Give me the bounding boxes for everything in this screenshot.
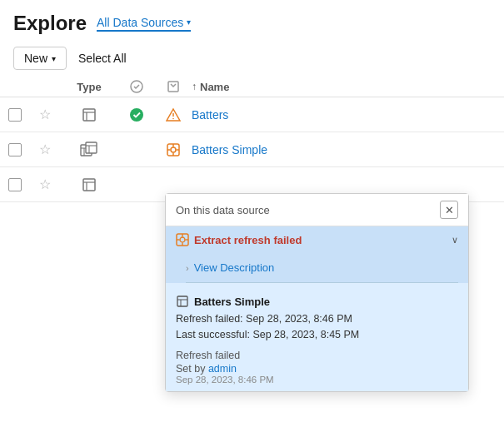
table-row: ☆ Batters [0,97,504,132]
datasource-dropdown[interactable]: All Data Sources ▾ [97,16,191,32]
extract-section-icon [176,233,189,246]
extract-popover: On this data source ✕ Extract r [165,193,469,392]
select-all-button[interactable]: Select All [75,47,130,69]
view-description-chevron: › [186,263,189,273]
table-row: ☆ Batters [0,132,504,167]
datasource-icon [81,176,97,193]
set-by-user-link[interactable]: admin [208,363,237,375]
popover-header-label: On this data source [176,204,270,216]
svg-rect-21 [83,179,95,191]
refresh-failed-line: Refresh failed: Sep 28, 2023, 8:46 PM [176,311,458,327]
row2-name[interactable]: Batters Simple [192,143,504,156]
refresh-status-label: Refresh failed [176,350,458,361]
col-header-name: ↑ Name [192,81,504,93]
row1-type [60,107,118,123]
connected-icon [129,107,144,122]
ds-detail-name: Batters Simple [194,296,270,308]
datasource-multi-icon [80,142,98,158]
checkbox-icon[interactable] [8,178,22,191]
popover-body: Extract refresh failed ∨ › View Descript… [166,226,468,391]
col-header-type: Type [60,81,118,93]
col-type-label: Type [77,81,101,93]
page-title: Explore [13,12,87,35]
view-description-section: › View Description [166,253,468,283]
view-description-item[interactable]: › View Description [186,258,458,277]
row2-check[interactable] [0,143,30,156]
datasource-icon [81,107,97,123]
col-header-status [118,80,155,93]
datasource-chevron: ▾ [187,17,191,27]
row1-name[interactable]: Batters [192,108,504,122]
view-description-label: View Description [194,261,275,274]
star-icon[interactable]: ☆ [39,107,51,122]
set-by-prefix: Set by [176,363,208,375]
col-header-extract [155,80,192,93]
col-name-label: Name [200,81,229,93]
datasource-label: All Data Sources [97,16,183,29]
extract-active-icon[interactable] [166,142,181,157]
extract-warning-icon [166,107,181,122]
row2-type [60,142,118,158]
row3-type [60,176,118,193]
popover-detail: Batters Simple Refresh failed: Sep 28, 2… [166,288,468,391]
star-icon[interactable]: ☆ [39,142,51,157]
popover-divider [186,282,458,283]
ds-detail-icon [176,295,189,308]
svg-point-25 [180,237,185,242]
popover-timestamp: Sep 28, 2023, 8:46 PM [176,375,458,385]
svg-rect-30 [177,296,187,306]
set-by-line: Set by admin [176,363,458,375]
extract-refresh-failed-section: Extract refresh failed ∨ [166,226,468,253]
check-circle-header-icon [130,80,143,93]
extract-section-chevron: ∨ [452,235,458,246]
new-button[interactable]: New ▾ [13,47,67,70]
row1-status [118,107,155,122]
svg-point-5 [130,108,143,122]
popover-ds-name: Batters Simple [176,295,458,308]
row1-fav[interactable]: ☆ [30,107,60,122]
row1-name-link[interactable]: Batters [192,108,228,122]
last-successful-line: Last successful: Sep 28, 2023, 8:45 PM [176,327,458,343]
svg-rect-12 [86,142,97,153]
svg-point-8 [172,117,174,119]
row3-fav[interactable]: ☆ [30,176,60,192]
svg-rect-2 [83,109,95,121]
content-table: Type ↑ Name ☆ [0,77,504,202]
row3-check[interactable] [0,178,30,191]
star-icon[interactable]: ☆ [39,176,51,192]
checkbox-icon[interactable] [8,108,22,122]
toolbar: New ▾ Select All [0,42,504,77]
row1-extract [155,107,192,122]
new-button-label: New [24,52,47,65]
popover-header: On this data source ✕ [166,194,468,226]
row2-name-link[interactable]: Batters Simple [192,143,267,156]
table-header-row: Type ↑ Name [0,77,504,97]
new-button-chevron: ▾ [52,54,56,63]
extract-section-title: Extract refresh failed [176,233,302,246]
checkbox-icon[interactable] [8,143,22,156]
row1-check[interactable] [0,108,30,122]
extract-section-title-text: Extract refresh failed [194,234,302,246]
row2-extract[interactable] [155,142,192,157]
svg-point-16 [171,147,176,152]
page-header: Explore All Data Sources ▾ [0,0,504,42]
popover-close-button[interactable]: ✕ [440,201,458,219]
close-icon: ✕ [445,204,454,216]
extract-header-icon [167,80,180,93]
row2-fav[interactable]: ☆ [30,142,60,157]
extract-section-header[interactable]: Extract refresh failed ∨ [176,233,458,246]
sort-icon: ↑ [192,81,197,92]
